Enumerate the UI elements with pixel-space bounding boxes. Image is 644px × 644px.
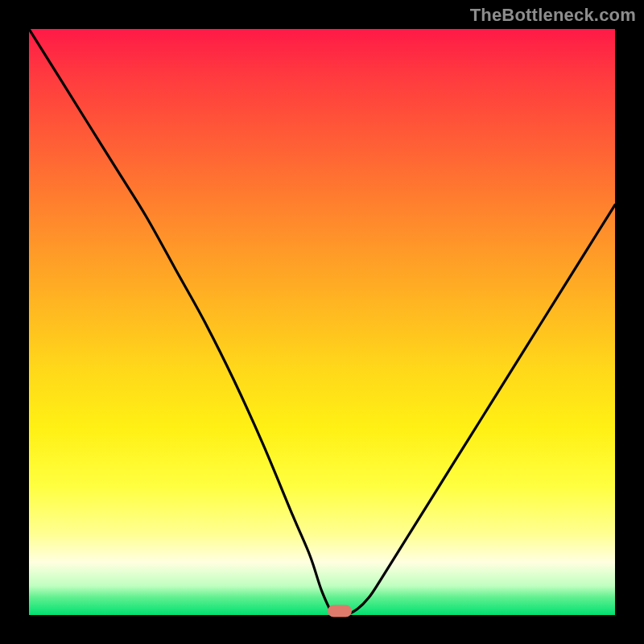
optimal-point-marker: [328, 605, 352, 617]
watermark-text: TheBottleneck.com: [470, 5, 636, 26]
chart-frame: TheBottleneck.com: [0, 0, 644, 644]
plot-area: [29, 29, 615, 615]
bottleneck-curve: [29, 29, 615, 615]
